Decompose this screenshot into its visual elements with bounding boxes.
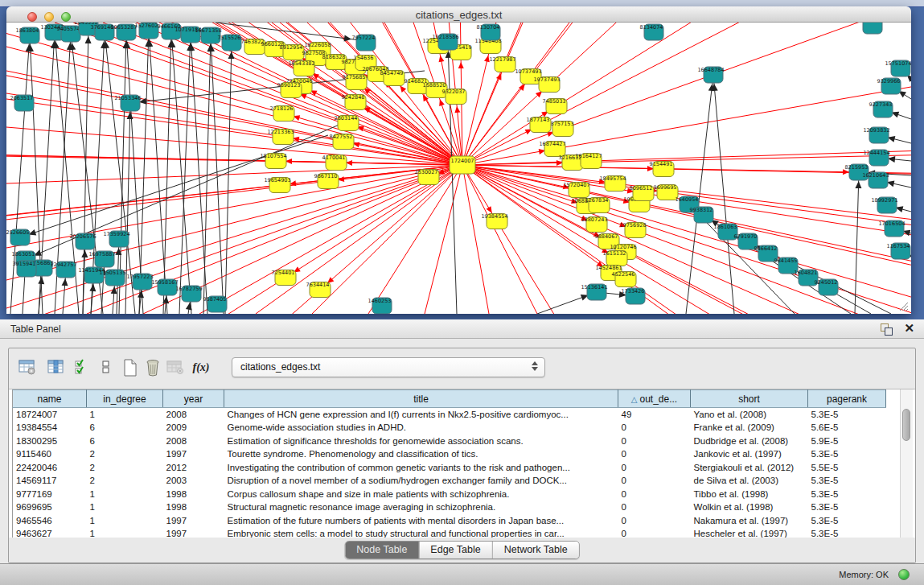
column-header-short[interactable]: short	[691, 390, 808, 408]
table-cell[interactable]: 1	[87, 514, 163, 528]
table-cell[interactable]: Dudbridge et al. (2008)	[691, 435, 808, 448]
table-cell[interactable]: 49	[618, 408, 691, 422]
table-cell[interactable]: 0	[618, 514, 691, 528]
column-header-out_de[interactable]: △out_de...	[618, 390, 691, 408]
table-row[interactable]: 969969511998Structural magnetic resonanc…	[13, 501, 886, 514]
tab-node-table[interactable]: Node Table	[345, 542, 418, 558]
black-edge[interactable]	[163, 31, 171, 314]
create-table-icon[interactable]	[120, 357, 141, 378]
table-cell[interactable]: 1998	[163, 501, 224, 514]
table-cell[interactable]: Investigating the contribution of common…	[224, 461, 618, 475]
black-edge[interactable]	[855, 172, 859, 314]
red-edge[interactable]	[462, 23, 911, 165]
table-row[interactable]: 1456911722003Disruption of a novel membe…	[13, 474, 886, 488]
table-cell[interactable]: 1	[87, 408, 163, 422]
table-cell[interactable]: 14569117	[13, 474, 87, 488]
table-cell[interactable]: 0	[618, 421, 691, 435]
red-edge[interactable]	[462, 138, 911, 165]
close-panel-icon[interactable]: ✕	[904, 321, 914, 336]
tab-edge-table[interactable]: Edge Table	[418, 542, 491, 558]
show-columns-icon[interactable]	[46, 357, 67, 378]
network-canvas[interactable]: 7463822966012889129541822605898275088186…	[6, 23, 911, 314]
table-cell[interactable]: 6	[87, 435, 163, 448]
table-cell[interactable]: Estimation of significance thresholds fo…	[224, 435, 618, 448]
table-cell[interactable]: 5.3E-5	[808, 474, 886, 488]
red-edge[interactable]	[462, 23, 911, 165]
table-scrollbar[interactable]	[900, 389, 913, 539]
table-cell[interactable]: 5.3E-5	[808, 488, 886, 501]
select-rows-icon[interactable]	[72, 357, 92, 378]
table-cell[interactable]: 2008	[163, 435, 224, 448]
column-header-in_degree[interactable]: in_degree	[87, 390, 163, 408]
table-row[interactable]: 946554611997Estimation of the future num…	[13, 514, 886, 528]
table-cell[interactable]: 2008	[163, 408, 224, 422]
table-cell[interactable]: Corpus callosum shape and size in male p…	[224, 488, 618, 501]
red-edge[interactable]	[462, 23, 911, 165]
table-row[interactable]: 977716911998Corpus callosum shape and si…	[13, 488, 886, 501]
red-edge[interactable]	[462, 23, 911, 165]
resize-grip-icon[interactable]	[897, 299, 910, 312]
float-panel-icon[interactable]	[881, 323, 892, 335]
table-cell[interactable]: de Silva et al. (2003)	[691, 474, 808, 488]
red-edge[interactable]	[462, 23, 911, 165]
table-cell[interactable]: 1	[87, 488, 163, 501]
table-cell[interactable]: 9465546	[13, 514, 87, 528]
table-cell[interactable]: Nakamura et al. (1997)	[691, 514, 808, 528]
column-header-year[interactable]: year	[163, 390, 224, 408]
table-options-icon[interactable]	[17, 357, 38, 378]
red-edge[interactable]	[462, 23, 911, 165]
table-cell[interactable]: 0	[618, 488, 691, 501]
red-edge[interactable]	[462, 165, 911, 314]
table-cell[interactable]: 0	[618, 435, 691, 448]
table-cell[interactable]: Franke et al. (2009)	[691, 421, 808, 435]
table-cell[interactable]: 1	[87, 501, 163, 514]
red-edge[interactable]	[6, 165, 462, 297]
table-row[interactable]: 1938455462009Genome-wide association stu…	[13, 421, 886, 435]
table-cell[interactable]: Tourette syndrome. Phenomenology and cla…	[224, 447, 618, 461]
table-cell[interactable]: 0	[618, 447, 691, 461]
table-row[interactable]: 911546021997Tourette syndrome. Phenomeno…	[13, 447, 886, 461]
column-header-name[interactable]: name	[13, 390, 87, 408]
table-cell[interactable]: 1997	[163, 514, 224, 528]
table-cell[interactable]: Genome-wide association studies in ADHD.	[224, 421, 618, 435]
table-cell[interactable]: 2009	[163, 421, 224, 435]
red-edge[interactable]	[6, 165, 462, 183]
table-cell[interactable]: 0	[618, 474, 691, 488]
table-cell[interactable]: 22420046	[13, 461, 87, 475]
table-cell[interactable]: Wolkin et al. (1998)	[691, 501, 808, 514]
table-cell[interactable]: 0	[618, 461, 691, 475]
table-row[interactable]: 2242004622012Investigating the contribut…	[13, 461, 886, 475]
table-cell[interactable]: 5.3E-5	[808, 501, 886, 514]
table-cell[interactable]: 5.3E-5	[808, 447, 886, 461]
delete-table-icon[interactable]	[142, 357, 163, 378]
red-edge[interactable]	[462, 127, 911, 165]
table-cell[interactable]: Stergiakouli et al. (2012)	[691, 461, 808, 475]
table-cell[interactable]: 18300295	[13, 435, 87, 448]
red-edge[interactable]	[425, 165, 462, 314]
table-cell[interactable]: 18724007	[13, 408, 87, 422]
black-edge[interactable]	[686, 75, 713, 314]
table-cell[interactable]: 19384554	[13, 421, 87, 435]
red-edge[interactable]	[6, 47, 462, 165]
table-cell[interactable]: Yano et al. (2008)	[691, 408, 808, 422]
black-edge[interactable]	[125, 103, 130, 314]
table-cell[interactable]: 2	[87, 474, 163, 488]
attribute-table[interactable]: namein_degreeyeartitle△out_de...shortpag…	[12, 389, 886, 541]
table-cell[interactable]: 9115460	[13, 447, 87, 461]
table-cell[interactable]: 9699695	[13, 501, 87, 514]
table-cell[interactable]: Changes of HCN gene expression and I(f) …	[224, 408, 618, 422]
network-window-titlebar[interactable]: citations_edges.txt	[6, 6, 911, 23]
table-cell[interactable]: 5.3E-5	[808, 514, 886, 528]
function-builder-icon[interactable]: f(x)	[191, 357, 211, 378]
table-cell[interactable]: 2	[87, 461, 163, 475]
table-cell[interactable]: Jankovic et al. (1997)	[691, 447, 808, 461]
red-edge[interactable]	[462, 165, 911, 187]
table-cell[interactable]: 2003	[163, 474, 224, 488]
table-cell[interactable]: 1998	[163, 488, 224, 501]
red-edge[interactable]	[462, 165, 911, 189]
graph-node[interactable]	[863, 23, 882, 34]
table-cell[interactable]: Structural magnetic resonance image aver…	[224, 501, 618, 514]
memory-ok-indicator[interactable]	[898, 569, 910, 580]
table-cell[interactable]: 0	[618, 501, 691, 514]
black-edge[interactable]	[179, 35, 191, 314]
